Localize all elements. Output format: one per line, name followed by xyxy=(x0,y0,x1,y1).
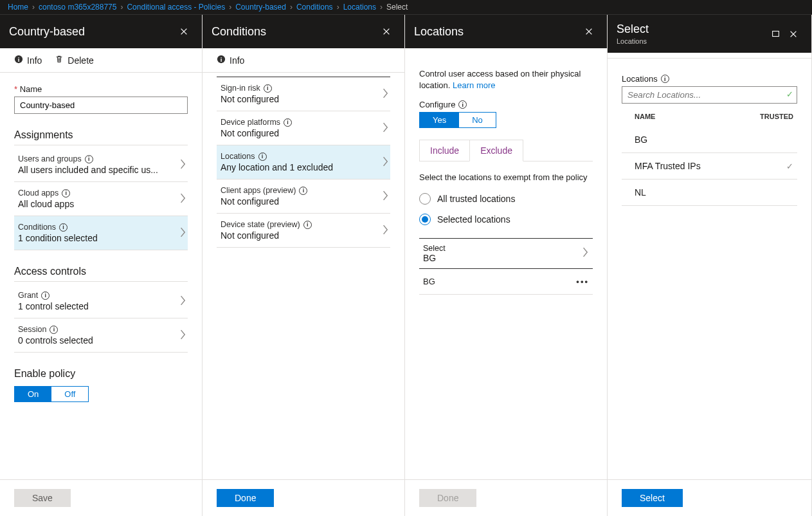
delete-button[interactable]: Delete xyxy=(55,55,93,66)
col-name: NAME xyxy=(635,113,760,120)
info-icon[interactable]: i xyxy=(458,100,467,109)
chevron-right-icon: › xyxy=(32,3,35,12)
chevron-right-icon xyxy=(180,329,186,342)
locations-description: Control user access based on their physi… xyxy=(419,68,593,91)
policy-name-input[interactable] xyxy=(14,97,188,114)
info-icon[interactable]: i xyxy=(258,152,267,161)
info-icon[interactable]: i xyxy=(264,84,272,93)
assignments-row-2[interactable]: Conditions i1 condition selected xyxy=(14,216,188,250)
info-icon[interactable]: i xyxy=(303,221,312,229)
info-icon[interactable]: i xyxy=(41,291,50,300)
location-name: NL xyxy=(635,187,784,198)
chip-label: BG xyxy=(423,277,435,286)
condition-row-4[interactable]: Device state (preview) iNot configured xyxy=(217,214,390,248)
tab-include[interactable]: Include xyxy=(419,140,469,161)
configure-no[interactable]: No xyxy=(459,113,496,127)
info-button[interactable]: i Info xyxy=(217,55,244,66)
row-bottom-label: All users included and specific us... xyxy=(18,165,158,175)
close-icon[interactable] xyxy=(377,23,395,41)
row-top-label: Users and groups xyxy=(18,154,82,163)
access-row-1[interactable]: Session i0 controls selected xyxy=(14,318,188,353)
location-name: MFA Trusted IPs xyxy=(635,161,786,171)
row-top-label: Conditions xyxy=(18,223,56,232)
select-label: Select xyxy=(423,244,446,253)
info-icon[interactable]: i xyxy=(59,223,68,232)
radio-selected-locations[interactable]: Selected locations xyxy=(419,214,593,225)
radio-all-trusted[interactable]: All trusted locations xyxy=(419,193,593,205)
breadcrumb: Home› contoso m365x288775› Conditional a… xyxy=(0,0,812,15)
close-icon[interactable] xyxy=(580,23,598,41)
crumb-locations[interactable]: Locations xyxy=(343,3,376,12)
select-locations-row[interactable]: Select BG xyxy=(419,238,593,269)
chevron-right-icon xyxy=(383,156,389,169)
info-icon[interactable]: i xyxy=(62,189,70,198)
crumb-conditions[interactable]: Conditions xyxy=(296,3,333,12)
crumb-ca[interactable]: Conditional access - Policies xyxy=(127,3,225,12)
chevron-right-icon xyxy=(383,122,389,134)
col-trusted: TRUSTED xyxy=(760,113,793,120)
assignments-row-0[interactable]: Users and groups iAll users included and… xyxy=(14,148,188,182)
info-icon: i xyxy=(14,55,23,66)
info-label: Info xyxy=(27,55,42,66)
toggle-off[interactable]: Off xyxy=(51,387,88,401)
maximize-icon[interactable] xyxy=(766,25,784,43)
toggle-on[interactable]: On xyxy=(15,387,51,401)
radio-icon xyxy=(419,193,431,205)
info-button[interactable]: i Info xyxy=(14,55,42,66)
crumb-tenant[interactable]: contoso m365x288775 xyxy=(39,3,116,12)
row-top-label: Locations xyxy=(221,152,255,161)
configure-yes[interactable]: Yes xyxy=(420,113,459,127)
info-icon[interactable]: i xyxy=(50,326,58,334)
assignments-row-1[interactable]: Cloud apps iAll cloud apps xyxy=(14,182,188,216)
chevron-right-icon xyxy=(180,227,186,239)
radio-label: Selected locations xyxy=(437,214,510,225)
done-button[interactable]: Done xyxy=(217,489,274,507)
chevron-right-icon xyxy=(180,193,186,205)
condition-row-0[interactable]: Sign-in risk iNot configured xyxy=(217,77,390,111)
search-input[interactable] xyxy=(622,86,797,104)
row-bottom-label: 1 control selected xyxy=(18,301,89,311)
row-bottom-label: 1 condition selected xyxy=(18,233,98,243)
condition-row-3[interactable]: Client apps (preview) iNot configured xyxy=(217,180,390,214)
close-icon[interactable] xyxy=(175,23,193,41)
select-value: BG xyxy=(423,253,446,263)
blade-title: Conditions xyxy=(212,25,377,39)
info-icon[interactable]: i xyxy=(661,75,669,83)
location-row-1[interactable]: MFA Trusted IPs✓ xyxy=(622,153,797,180)
configure-label: Configure xyxy=(419,100,455,109)
select-button[interactable]: Select xyxy=(622,489,683,507)
info-icon[interactable]: i xyxy=(85,155,93,163)
row-top-label: Cloud apps xyxy=(18,189,59,198)
trash-icon xyxy=(55,55,64,66)
crumb-home[interactable]: Home xyxy=(8,3,28,12)
info-icon: i xyxy=(217,55,226,66)
blade-locations: Locations Control user access based on t… xyxy=(405,15,608,516)
crumb-policy[interactable]: Country-based xyxy=(235,3,286,12)
svg-text:i: i xyxy=(18,56,20,63)
crumb-current: Select xyxy=(386,3,408,12)
location-row-2[interactable]: NL xyxy=(622,180,797,206)
learn-more-link[interactable]: Learn more xyxy=(453,80,495,90)
row-top-label: Client apps (preview) xyxy=(221,186,296,195)
condition-row-2[interactable]: Locations iAny location and 1 excluded xyxy=(217,145,390,180)
enable-policy-toggle[interactable]: On Off xyxy=(14,386,89,402)
close-icon[interactable] xyxy=(784,25,802,43)
location-row-0[interactable]: BG xyxy=(622,127,797,153)
done-button: Done xyxy=(419,489,476,507)
chevron-right-icon xyxy=(383,190,389,203)
access-row-0[interactable]: Grant i1 control selected xyxy=(14,284,188,318)
more-icon[interactable]: ••• xyxy=(576,277,589,286)
chevron-right-icon: › xyxy=(380,3,383,12)
chevron-right-icon xyxy=(383,88,389,100)
blade-subtitle: Locations xyxy=(617,37,766,45)
configure-toggle[interactable]: Yes No xyxy=(419,112,496,128)
info-icon[interactable]: i xyxy=(284,118,292,127)
tab-exclude[interactable]: Exclude xyxy=(469,140,523,161)
row-top-label: Session xyxy=(18,325,46,334)
info-icon[interactable]: i xyxy=(299,187,307,195)
row-bottom-label: Not configured xyxy=(221,230,312,241)
chevron-right-icon xyxy=(180,295,186,308)
blade-title: Country-based xyxy=(9,25,175,39)
condition-row-1[interactable]: Device platforms iNot configured xyxy=(217,111,390,145)
save-button[interactable]: Save xyxy=(14,489,71,507)
